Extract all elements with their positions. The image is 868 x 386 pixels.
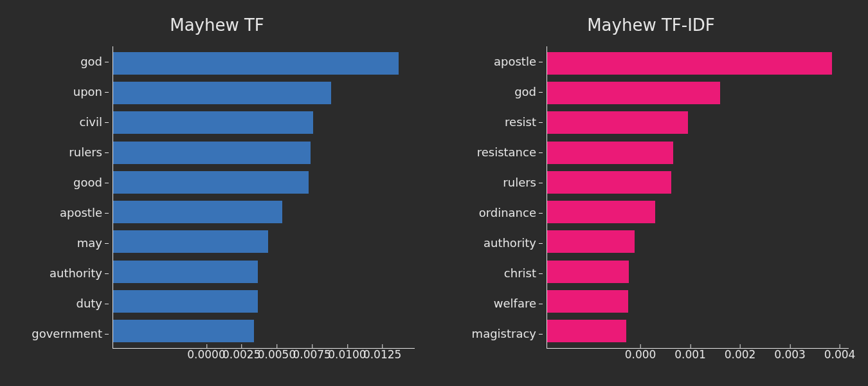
y-tick-mark xyxy=(105,334,109,335)
bar xyxy=(547,111,688,134)
y-tick-label: government xyxy=(32,328,109,340)
y-tick-label: apostle xyxy=(494,56,543,68)
x-tick-label: 0.000 xyxy=(625,348,656,361)
y-tick-label: christ xyxy=(504,268,543,279)
y-tick-labels-tfidf: apostlegodresistresistancerulersordinanc… xyxy=(453,46,547,349)
bar xyxy=(547,320,626,342)
y-tick-label: duty xyxy=(76,298,109,309)
x-tick-label: 0.001 xyxy=(674,348,706,361)
y-tick-label: apostle xyxy=(60,207,109,219)
y-tick-mark xyxy=(105,273,109,274)
y-tick-mark xyxy=(539,152,543,153)
bar xyxy=(547,201,655,223)
bar xyxy=(547,290,628,313)
y-tick-label: welfare xyxy=(494,298,543,309)
bar xyxy=(547,52,832,75)
bar xyxy=(113,171,309,194)
y-tick-mark xyxy=(539,62,543,62)
bar xyxy=(547,171,671,194)
x-tick-label: 0.002 xyxy=(725,348,756,361)
bar xyxy=(547,142,673,164)
x-tick-label: 0.0000 xyxy=(187,348,225,361)
y-tick-mark xyxy=(105,304,109,304)
chart-title-tf: Mayhew TF xyxy=(19,15,415,35)
plot-area-tf: goduponcivilrulersgoodapostlemayauthorit… xyxy=(19,46,415,349)
y-tick-mark xyxy=(105,152,109,153)
y-tick-mark xyxy=(539,92,543,93)
x-tick-label: 0.003 xyxy=(774,348,806,361)
y-tick-label: resistance xyxy=(477,147,543,158)
y-tick-label: resist xyxy=(505,116,543,128)
y-tick-label: magistracy xyxy=(472,328,543,340)
y-tick-mark xyxy=(539,304,543,304)
y-tick-mark xyxy=(539,183,543,183)
y-tick-mark xyxy=(539,213,543,214)
bars-tfidf xyxy=(547,46,849,348)
figure: Mayhew TF goduponcivilrulersgoodapostlem… xyxy=(0,0,868,386)
y-tick-label: authority xyxy=(50,268,109,279)
y-tick-label: authority xyxy=(484,237,543,249)
bar xyxy=(547,230,635,253)
bar xyxy=(113,230,268,253)
x-axis-tf: 0.00000.00250.00500.00750.01000.0125 xyxy=(206,348,415,369)
x-tick-label: 0.0075 xyxy=(293,348,330,361)
panel-tf: Mayhew TF goduponcivilrulersgoodapostlem… xyxy=(0,0,434,386)
bar xyxy=(113,82,331,104)
bar xyxy=(113,320,254,342)
bar xyxy=(113,290,258,313)
x-tick-label: 0.0050 xyxy=(258,348,296,361)
y-tick-label: may xyxy=(77,237,109,249)
y-tick-mark xyxy=(105,122,109,123)
bars-tf xyxy=(113,46,415,348)
x-tick-label: 0.0125 xyxy=(363,348,401,361)
bar xyxy=(113,261,258,283)
y-tick-label: good xyxy=(73,177,109,188)
y-tick-label: god xyxy=(514,86,543,98)
y-tick-mark xyxy=(105,213,109,214)
y-tick-mark xyxy=(105,183,109,183)
x-tick-label: 0.004 xyxy=(824,348,856,361)
y-tick-mark xyxy=(539,273,543,274)
bar xyxy=(113,142,311,164)
y-tick-labels-tf: goduponcivilrulersgoodapostlemayauthorit… xyxy=(19,46,113,349)
bar xyxy=(547,82,720,104)
y-tick-label: ordinance xyxy=(479,207,543,219)
panel-tfidf: Mayhew TF-IDF apostlegodresistresistance… xyxy=(434,0,868,386)
y-tick-label: god xyxy=(80,56,109,68)
y-tick-label: civil xyxy=(79,116,109,128)
y-tick-label: upon xyxy=(73,86,109,98)
x-tick-label: 0.0100 xyxy=(328,348,366,361)
y-tick-mark xyxy=(105,62,109,62)
axes-tf: 0.00000.00250.00500.00750.01000.0125 xyxy=(113,46,415,349)
axes-tfidf: 0.0000.0010.0020.0030.004 xyxy=(547,46,849,349)
plot-area-tfidf: apostlegodresistresistancerulersordinanc… xyxy=(453,46,849,349)
bar xyxy=(113,201,282,223)
y-tick-label: rulers xyxy=(503,177,543,188)
bar xyxy=(113,111,313,134)
y-tick-mark xyxy=(105,243,109,244)
y-tick-mark xyxy=(105,92,109,93)
y-tick-label: rulers xyxy=(69,147,109,158)
bar xyxy=(547,261,629,283)
x-tick-label: 0.0025 xyxy=(222,348,260,361)
y-tick-mark xyxy=(539,243,543,244)
bar xyxy=(113,52,399,75)
y-tick-mark xyxy=(539,334,543,335)
y-tick-mark xyxy=(539,122,543,123)
chart-title-tfidf: Mayhew TF-IDF xyxy=(453,15,849,35)
x-axis-tfidf: 0.0000.0010.0020.0030.004 xyxy=(640,348,849,369)
